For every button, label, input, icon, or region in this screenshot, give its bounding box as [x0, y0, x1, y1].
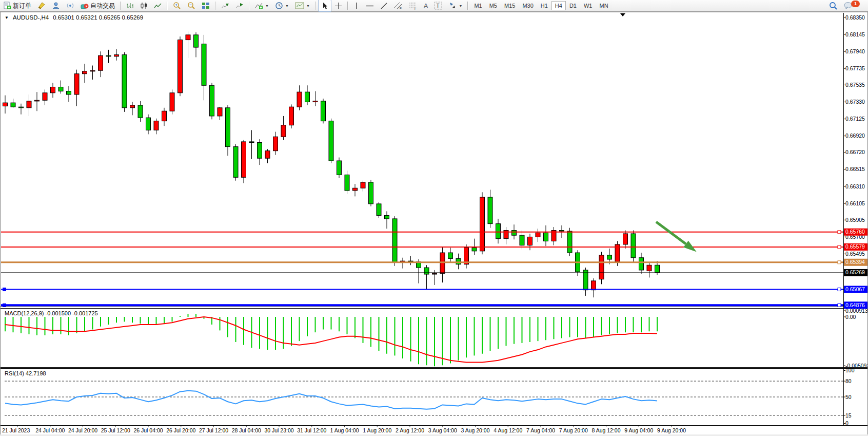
equidistant-channel-tool[interactable]: E: [391, 0, 406, 12]
template-icon: [295, 2, 304, 10]
metaeditor-button[interactable]: [34, 0, 49, 12]
svg-text:50: 50: [845, 394, 852, 400]
rsi-line: [5, 391, 657, 409]
svg-text:0.65905: 0.65905: [845, 217, 865, 223]
zoom-out-button[interactable]: [184, 0, 199, 12]
chart-window: 0.683500.681450.679400.677350.675350.673…: [0, 12, 868, 435]
chart-menu-icon[interactable]: ▼: [5, 15, 9, 20]
svg-text:0.66105: 0.66105: [845, 200, 865, 206]
community-button[interactable]: [49, 0, 63, 12]
rsi-label: RSI(14) 42.7198: [5, 370, 46, 376]
toolbar-separator: [215, 2, 216, 10]
signals-button[interactable]: [63, 0, 77, 12]
tab-timeframe-mn[interactable]: MN: [596, 1, 611, 10]
svg-text:0.65579: 0.65579: [845, 243, 865, 250]
cursor-icon: [321, 2, 328, 10]
templates-button[interactable]: ▼: [292, 0, 313, 12]
time-axis: 21 Jul 202324 Jul 04:0024 Jul 20:0025 Ju…: [2, 426, 686, 433]
new-order-button[interactable]: 新订单: [0, 0, 34, 12]
vertical-line-tool[interactable]: [350, 0, 363, 12]
macd-pane: 0.0009130.00-0.005093: [5, 308, 867, 369]
tab-timeframe-m15[interactable]: M15: [501, 1, 519, 10]
bar-chart-button[interactable]: [123, 0, 137, 12]
trendline-icon: [380, 2, 388, 10]
svg-text:0.67735: 0.67735: [845, 65, 865, 71]
toolbar-separator: [347, 2, 348, 10]
tab-timeframe-m30[interactable]: M30: [519, 1, 537, 10]
chart-shift-button[interactable]: [232, 0, 247, 12]
svg-text:9 Aug 20:00: 9 Aug 20:00: [657, 427, 686, 433]
toolbar-separator: [167, 2, 168, 10]
svg-text:E: E: [400, 7, 402, 10]
community-person-icon: [52, 2, 60, 10]
price-axis: 0.683500.681450.679400.677350.675350.673…: [843, 14, 865, 257]
label-tool[interactable]: T: [431, 0, 445, 12]
svg-text:0.65269: 0.65269: [845, 269, 865, 275]
svg-text:0.67940: 0.67940: [845, 48, 865, 54]
arrows-tool[interactable]: ▼: [445, 0, 465, 12]
bar-chart-icon: [126, 2, 134, 10]
rsi-pane: 1008050150: [5, 367, 855, 426]
notifications-button[interactable]: 1: [841, 0, 863, 12]
horizontal-line-tool[interactable]: [363, 0, 377, 12]
cursor-tool-button[interactable]: [318, 0, 331, 12]
tab-timeframe-d1[interactable]: D1: [566, 1, 580, 10]
toolbar-separator: [467, 2, 468, 10]
chart-canvas[interactable]: 0.683500.681450.679400.677350.675350.673…: [1, 12, 867, 435]
svg-text:8 Aug 12:00: 8 Aug 12:00: [591, 427, 620, 433]
channel-icon: E: [394, 2, 403, 10]
signals-icon: [66, 2, 74, 10]
svg-text:F: F: [415, 7, 417, 10]
svg-text:0.65495: 0.65495: [845, 251, 865, 257]
svg-text:0: 0: [845, 420, 849, 426]
periods-button[interactable]: ▼: [272, 0, 292, 12]
label-tool-icon: T: [434, 2, 442, 10]
horizontal-line-icon: [366, 2, 374, 10]
svg-text:9 Aug 04:00: 9 Aug 04:00: [624, 427, 653, 433]
svg-text:0.00: 0.00: [845, 314, 856, 320]
ohlc-values: 0.65301 0.65321 0.65265 0.65269: [53, 14, 143, 21]
line-chart-icon: [154, 2, 162, 10]
text-tool[interactable]: A: [421, 0, 431, 12]
crosshair-icon: [334, 2, 342, 10]
tile-windows-icon: [202, 2, 210, 10]
svg-text:0.65394: 0.65394: [845, 259, 865, 265]
trendline-tool[interactable]: [377, 0, 391, 12]
dropdown-arrow-icon: ▼: [306, 4, 310, 8]
auto-scroll-button[interactable]: [218, 0, 232, 12]
svg-text:0.66310: 0.66310: [845, 183, 865, 189]
tab-timeframe-h4[interactable]: H4: [551, 1, 566, 10]
tab-timeframe-w1[interactable]: W1: [580, 1, 596, 10]
svg-text:0.68145: 0.68145: [845, 31, 865, 37]
svg-text:24 Jul 20:00: 24 Jul 20:00: [68, 427, 97, 433]
indicators-button[interactable]: ▼: [252, 0, 272, 12]
search-button[interactable]: [826, 0, 841, 12]
autotrading-icon: [81, 2, 89, 10]
svg-text:0.000913: 0.000913: [845, 308, 867, 314]
chart-title-row: ▼ AUDUSD-,H4 0.65301 0.65321 0.65265 0.6…: [5, 14, 143, 21]
svg-text:100: 100: [845, 367, 855, 373]
horizontal-line-objects[interactable]: 0.657600.655790.653940.652690.650670.648…: [1, 229, 867, 309]
metaeditor-icon: [37, 2, 46, 10]
tile-windows-button[interactable]: [199, 0, 213, 12]
autotrading-button[interactable]: 自动交易: [77, 0, 118, 12]
top-toolbar: 新订单 自动交易 ▼ ▼ ▼: [0, 0, 868, 12]
svg-text:0.67330: 0.67330: [845, 99, 865, 105]
fibonacci-tool[interactable]: F: [406, 0, 421, 12]
new-order-icon: [3, 2, 11, 10]
candlestick-chart-button[interactable]: [137, 0, 151, 12]
svg-text:31 Jul 12:00: 31 Jul 12:00: [297, 427, 326, 433]
auto-scroll-icon: [221, 2, 229, 10]
chart-shift-marker[interactable]: [620, 13, 625, 16]
chart-shift-icon: [235, 2, 244, 10]
svg-text:3 Aug 20:00: 3 Aug 20:00: [461, 427, 489, 433]
svg-text:4 Aug 12:00: 4 Aug 12:00: [494, 427, 522, 433]
line-chart-button[interactable]: [151, 0, 165, 12]
tab-timeframe-m1[interactable]: M1: [470, 1, 485, 10]
tab-timeframe-h1[interactable]: H1: [537, 1, 551, 10]
svg-text:1 Aug 04:00: 1 Aug 04:00: [330, 427, 359, 433]
crosshair-tool-button[interactable]: [331, 0, 345, 12]
zoom-in-button[interactable]: [170, 0, 184, 12]
tab-timeframe-m5[interactable]: M5: [486, 1, 501, 10]
svg-text:21 Jul 2023: 21 Jul 2023: [2, 427, 30, 433]
